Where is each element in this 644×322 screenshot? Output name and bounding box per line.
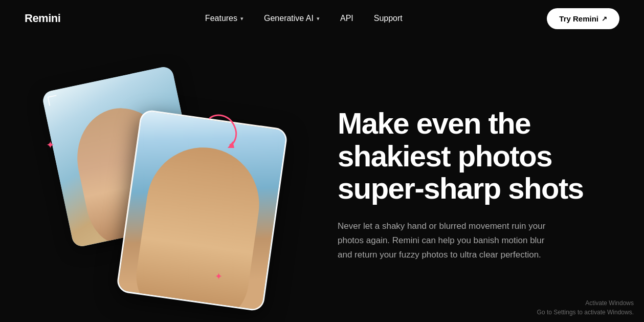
nav-api-label: API [340, 14, 353, 23]
nav-item-features[interactable]: Features ▾ [205, 14, 243, 23]
hero-text: Make even the shakiest photos super-shar… [307, 107, 619, 263]
brand-logo[interactable]: Remini [25, 12, 60, 25]
nav-generative-ai-label: Generative AI [264, 14, 314, 23]
external-link-icon: ↗ [602, 15, 607, 23]
arrow-decoration [205, 108, 246, 149]
corner-bracket-tl [47, 95, 58, 105]
hero-images: ✦ ✦ [41, 57, 307, 313]
nav-item-api[interactable]: API [340, 14, 353, 23]
try-remini-button[interactable]: Try Remini ↗ [547, 8, 619, 29]
hero-description: Never let a shaky hand or blurred moveme… [338, 219, 552, 262]
nav-features-label: Features [205, 14, 237, 23]
chevron-down-icon: ▾ [240, 15, 243, 22]
nav-item-generative-ai[interactable]: Generative AI ▾ [264, 14, 320, 23]
sparkle-left-icon: ✦ [46, 139, 55, 151]
navbar: Remini Features ▾ Generative AI ▾ API Su… [0, 0, 644, 37]
try-remini-label: Try Remini [559, 14, 598, 23]
chevron-down-icon: ▾ [317, 15, 320, 22]
nav-support-label: Support [374, 14, 403, 23]
after-photo [116, 109, 288, 312]
after-photo-face [132, 140, 267, 312]
nav-item-support[interactable]: Support [374, 14, 403, 23]
hero-title: Make even the shakiest photos super-shar… [338, 107, 619, 205]
sparkle-bottom-icon: ✦ [215, 271, 223, 282]
hero-section: ✦ ✦ Make even the shakiest photos super-… [0, 37, 644, 322]
nav-links: Features ▾ Generative AI ▾ API Support [205, 14, 403, 23]
